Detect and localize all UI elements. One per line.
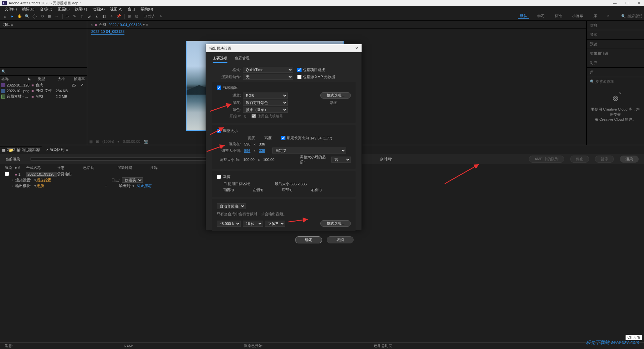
include-link-checkbox[interactable] — [297, 68, 302, 72]
log-select[interactable]: 仅错误 — [122, 177, 143, 183]
format-select[interactable]: QuickTime — [243, 67, 293, 73]
trash-icon[interactable]: 🗑 — [36, 149, 40, 153]
brush-tool-icon[interactable]: 🖌 — [86, 13, 92, 19]
include-xmp-checkbox[interactable] — [297, 75, 302, 79]
project-row[interactable]: 2022-10...png ■ PNG 文件 284 KB — [0, 88, 87, 94]
video-output-checkbox[interactable] — [217, 85, 221, 90]
comp-name[interactable]: 2022-10-04_093128 — [108, 23, 142, 27]
pen-tool-icon[interactable]: ✎ — [71, 13, 77, 19]
selection-tool-icon[interactable]: ▸ — [9, 13, 15, 19]
resize-checkbox[interactable] — [217, 129, 221, 133]
audio-channel-select[interactable]: 立体声 — [265, 221, 285, 227]
resize-w-input[interactable]: 596 — [244, 149, 250, 153]
ame-queue-button[interactable]: AME 中的队列 — [529, 156, 564, 163]
rotate-tool-icon[interactable]: ⟲ — [39, 13, 45, 19]
panel-preview[interactable]: 预览 — [587, 40, 644, 49]
rq-render-checkbox[interactable] — [5, 172, 9, 176]
maximize-button[interactable]: ☐ — [624, 1, 630, 5]
menu-layer[interactable]: 图层(L) — [55, 7, 72, 12]
resize-quality-select[interactable]: 高 — [331, 157, 351, 163]
workspace-lib[interactable]: 库 — [591, 13, 599, 19]
audio-bit-select[interactable]: 16 位 — [243, 221, 263, 227]
minimize-button[interactable]: — — [612, 1, 618, 5]
lock-aspect-checkbox[interactable] — [281, 136, 285, 140]
workspace-small[interactable]: 小屏幕 — [570, 13, 585, 19]
rect-tool-icon[interactable]: ▭ — [64, 13, 70, 19]
snap-icon[interactable]: ⊞ — [126, 13, 132, 19]
ot-link[interactable]: 尚未指定 — [137, 183, 151, 188]
panel-library[interactable]: 库 — [587, 68, 644, 77]
guides-icon[interactable]: ⊞ — [96, 139, 99, 144]
resize-preset-select[interactable]: 自定义 — [272, 148, 346, 154]
library-search[interactable]: 🔍 搜索所有库 — [587, 77, 644, 86]
add-output-icon[interactable]: ＋ — [104, 183, 108, 188]
res-icon[interactable]: ▦ — [89, 139, 93, 144]
folder-icon[interactable]: 📁 — [9, 148, 13, 153]
dialog-close-icon[interactable]: ✕ — [355, 46, 358, 51]
tab-main[interactable]: 主要选项 — [213, 56, 227, 63]
panel-info[interactable]: 信息 — [587, 21, 644, 30]
project-search[interactable]: 🔍 — [0, 68, 87, 76]
menu-file[interactable]: 文件(F) — [2, 7, 19, 12]
project-row[interactable]: 2022-10...128 ■ 合成 25 ↗ — [0, 82, 87, 88]
workspace-default[interactable]: 默认 — [518, 13, 529, 19]
snap2-icon[interactable]: ⊡ — [133, 13, 140, 19]
pause-button[interactable]: 暂停 — [595, 156, 614, 163]
text-tool-icon[interactable]: T — [79, 13, 85, 19]
col-name[interactable]: 名称 — [1, 76, 28, 81]
menu-help[interactable]: 帮助(H) — [138, 7, 156, 12]
workspace-more-icon[interactable]: » — [605, 13, 611, 19]
resize-h-input[interactable]: 336 — [259, 149, 265, 153]
tab-color[interactable]: 色彩管理 — [235, 56, 250, 63]
menu-edit[interactable]: 编辑(E) — [19, 7, 37, 12]
col-size[interactable]: 大小 — [58, 76, 74, 81]
col-type[interactable]: 类型 — [38, 76, 58, 81]
camera-tool-icon[interactable]: ▦ — [46, 13, 52, 19]
menu-comp[interactable]: 合成(C) — [37, 7, 55, 12]
cancel-button[interactable]: 取消 — [327, 236, 354, 243]
menu-window[interactable]: 窗口 — [125, 7, 138, 12]
audio-rate-select[interactable]: 48.000 kHz — [217, 221, 241, 227]
crop-checkbox[interactable] — [217, 175, 221, 179]
channel-select[interactable]: RGB — [243, 93, 288, 99]
help-search[interactable]: 🔍 搜索帮助 — [621, 14, 642, 19]
menu-view[interactable]: 视图(V) — [107, 7, 125, 12]
workspace-learn[interactable]: 学习 — [535, 13, 547, 19]
depth-select[interactable]: 数百万种颜色 — [243, 100, 288, 106]
timecode[interactable]: 0:00:00:00 — [123, 139, 140, 143]
panel-audio[interactable]: 音频 — [587, 30, 644, 40]
stamp-tool-icon[interactable]: ⊻ — [94, 13, 100, 19]
anchor-tool-icon[interactable]: ⊹ — [54, 13, 60, 19]
dpr-icon[interactable]: ▾ — [117, 139, 119, 144]
post-select[interactable]: 无 — [243, 74, 293, 80]
eraser-tool-icon[interactable]: ◧ — [101, 13, 107, 19]
panel-align[interactable]: 对齐 — [587, 58, 644, 68]
home-icon[interactable]: ⌂ — [2, 13, 8, 19]
zoom-value[interactable]: (100%) — [102, 139, 114, 143]
orbit-tool-icon[interactable]: ◯ — [32, 13, 38, 19]
menu-effect[interactable]: 效果(T) — [72, 7, 90, 12]
format-options-button[interactable]: 格式选项... — [320, 92, 351, 99]
snap-opt-icon[interactable]: ↴ — [157, 13, 163, 19]
menu-anim[interactable]: 动画(A) — [90, 7, 108, 12]
om-link[interactable]: 无损 — [36, 183, 44, 188]
hand-tool-icon[interactable]: ✋ — [17, 13, 23, 19]
render-button[interactable]: 渲染 — [620, 156, 639, 163]
roto-tool-icon[interactable]: ✧ — [108, 13, 114, 19]
audio-mode-select[interactable]: 自动音频输出 — [217, 203, 246, 209]
bpc-toggle[interactable]: 8 bpc — [23, 149, 33, 153]
color-select[interactable]: 预乘（遮罩） — [243, 107, 288, 113]
puppet-tool-icon[interactable]: 📌 — [116, 13, 122, 19]
dialog-titlebar[interactable]: 输出模块设置 ✕ — [206, 44, 362, 52]
ok-button[interactable]: 确定 — [295, 236, 322, 243]
comp-breadcrumb[interactable]: 2022-10-04_093128 — [87, 29, 586, 36]
workspace-standard[interactable]: 标准 — [553, 13, 564, 19]
camera-icon[interactable]: 📷 — [144, 139, 148, 144]
panel-effects[interactable]: 效果和预设 — [587, 49, 644, 58]
col-fr[interactable]: 帧速率 — [74, 76, 86, 81]
stop-button[interactable]: 停止 — [570, 156, 589, 163]
interp-icon[interactable]: ▦ — [2, 148, 5, 153]
rs-link[interactable]: 最佳设置 — [36, 178, 51, 183]
project-tab[interactable]: 项目 ≡ — [0, 21, 87, 29]
comp-new-icon[interactable]: ▣ — [17, 148, 20, 153]
